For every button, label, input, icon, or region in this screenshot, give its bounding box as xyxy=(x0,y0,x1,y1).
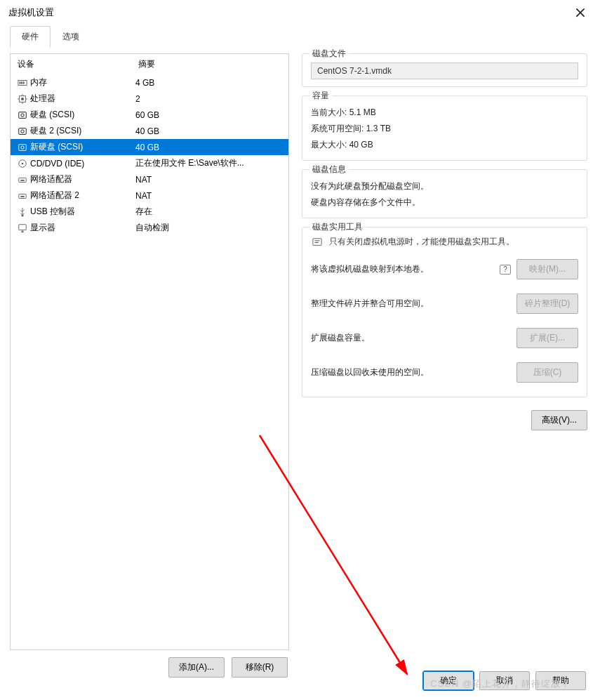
device-summary: 存在 xyxy=(135,206,286,218)
help-button[interactable]: 帮助 xyxy=(535,671,586,690)
tools-title: 磁盘实用工具 xyxy=(309,221,366,233)
device-summary: 自动检测 xyxy=(135,222,286,234)
hardware-row[interactable]: 处理器2 xyxy=(11,91,288,107)
net-icon xyxy=(16,175,29,185)
svg-rect-28 xyxy=(315,242,319,243)
defrag-button[interactable]: 碎片整理(D) xyxy=(516,293,578,314)
memory-icon xyxy=(16,78,29,88)
display-icon xyxy=(16,223,29,233)
header-device: 设备 xyxy=(18,58,138,70)
dialog-buttons: 确定 取消 帮助 xyxy=(423,671,586,690)
tabs: 硬件 选项 xyxy=(0,25,600,48)
svg-point-13 xyxy=(21,129,24,132)
device-name: USB 控制器 xyxy=(30,206,75,218)
info-icon xyxy=(311,237,324,247)
disk-info-title: 磁盘信息 xyxy=(309,164,349,176)
svg-point-22 xyxy=(22,214,24,216)
tab-hardware[interactable]: 硬件 xyxy=(10,26,51,48)
disk-info-group: 磁盘信息 没有为此硬盘预分配磁盘空间。 硬盘内容存储在多个文件中。 xyxy=(302,169,587,218)
hardware-row[interactable]: 硬盘 2 (SCSI)40 GB xyxy=(11,123,288,139)
expand-button[interactable]: 扩展(E)... xyxy=(516,328,578,348)
svg-point-17 xyxy=(22,162,24,164)
device-summary: 4 GB xyxy=(135,78,286,88)
capacity-title: 容量 xyxy=(309,90,332,102)
hardware-row[interactable]: USB 控制器存在 xyxy=(11,204,288,220)
svg-rect-27 xyxy=(315,240,320,241)
disk-icon xyxy=(16,143,29,152)
net-icon xyxy=(16,191,29,201)
hardware-row[interactable]: 网络适配器 2NAT xyxy=(11,187,288,204)
advanced-button[interactable]: 高级(V)... xyxy=(531,410,587,430)
svg-rect-23 xyxy=(19,224,27,230)
disk-info-line2: 硬盘内容存储在多个文件中。 xyxy=(311,194,578,211)
capacity-free: 系统可用空间: 1.3 TB xyxy=(311,121,578,137)
help-icon[interactable]: ? xyxy=(500,265,511,275)
device-name: 新硬盘 (SCSI) xyxy=(30,141,83,153)
svg-rect-5 xyxy=(21,98,24,100)
svg-rect-1 xyxy=(20,81,21,84)
hardware-row[interactable]: CD/DVD (IDE)正在使用文件 E:\Save\软件... xyxy=(11,155,288,171)
compact-button[interactable]: 压缩(C) xyxy=(516,362,578,383)
expand-text: 扩展磁盘容量。 xyxy=(311,332,511,344)
cpu-icon xyxy=(16,94,29,104)
disk-file-value: CentOS 7-2-1.vmdk xyxy=(311,62,578,79)
device-summary: 正在使用文件 E:\Save\软件... xyxy=(135,157,286,169)
tools-group: 磁盘实用工具 只有关闭虚拟机电源时，才能使用磁盘实用工具。 将该虚拟机磁盘映射到… xyxy=(302,227,587,397)
device-name: CD/DVD (IDE) xyxy=(30,159,84,169)
device-summary: NAT xyxy=(135,191,286,201)
cancel-button[interactable]: 取消 xyxy=(479,671,530,690)
hardware-header: 设备 摘要 xyxy=(11,54,288,74)
device-name: 处理器 xyxy=(30,93,55,105)
svg-rect-3 xyxy=(23,81,25,84)
remove-button[interactable]: 移除(R) xyxy=(232,657,288,678)
disk-icon xyxy=(16,110,29,120)
hardware-row[interactable]: 内存4 GB xyxy=(11,74,288,91)
svg-rect-12 xyxy=(19,128,27,134)
svg-rect-2 xyxy=(21,81,22,84)
device-name: 内存 xyxy=(30,77,47,88)
disk-file-group: 磁盘文件 CentOS 7-2-1.vmdk xyxy=(302,53,587,87)
map-text: 将该虚拟机磁盘映射到本地卷。 xyxy=(311,263,494,275)
hardware-row[interactable]: 新硬盘 (SCSI)40 GB xyxy=(11,139,288,155)
capacity-group: 容量 当前大小: 5.1 MB 系统可用空间: 1.3 TB 最大大小: 40 … xyxy=(302,95,587,161)
device-name: 硬盘 2 (SCSI) xyxy=(30,125,81,137)
hardware-list: 设备 摘要 内存4 GB处理器2硬盘 (SCSI)60 GB硬盘 2 (SCSI… xyxy=(10,53,289,650)
disk-file-title: 磁盘文件 xyxy=(309,48,349,60)
svg-rect-10 xyxy=(19,112,27,118)
device-summary: 40 GB xyxy=(135,126,286,136)
close-button[interactable] xyxy=(569,3,592,22)
device-name: 显示器 xyxy=(30,222,55,234)
device-name: 网络适配器 2 xyxy=(30,190,79,202)
close-icon xyxy=(575,8,585,18)
svg-point-11 xyxy=(21,113,24,116)
usb-icon xyxy=(16,207,29,217)
svg-rect-26 xyxy=(313,238,321,245)
device-name: 硬盘 (SCSI) xyxy=(30,109,74,121)
add-button[interactable]: 添加(A)... xyxy=(168,657,225,678)
disk-icon xyxy=(16,126,29,136)
compact-text: 压缩磁盘以回收未使用的空间。 xyxy=(311,366,511,378)
disk-info-line1: 没有为此硬盘预分配磁盘空间。 xyxy=(311,178,578,194)
hardware-row[interactable]: 硬盘 (SCSI)60 GB xyxy=(11,107,288,123)
device-summary: 2 xyxy=(135,94,286,104)
window-title: 虚拟机设置 xyxy=(8,6,54,19)
hardware-row[interactable]: 显示器自动检测 xyxy=(11,220,288,236)
titlebar: 虚拟机设置 xyxy=(0,0,600,25)
hardware-row[interactable]: 网络适配器NAT xyxy=(11,171,288,187)
device-name: 网络适配器 xyxy=(30,173,72,185)
defrag-text: 整理文件碎片并整合可用空间。 xyxy=(311,298,511,310)
tools-tip: 只有关闭虚拟机电源时，才能使用磁盘实用工具。 xyxy=(311,236,578,252)
device-summary: 60 GB xyxy=(135,110,286,120)
capacity-current: 当前大小: 5.1 MB xyxy=(311,105,578,121)
capacity-max: 最大大小: 40 GB xyxy=(311,137,578,153)
svg-rect-14 xyxy=(19,144,27,150)
svg-rect-19 xyxy=(20,180,24,181)
header-summary: 摘要 xyxy=(138,58,286,70)
svg-rect-21 xyxy=(20,196,24,197)
cd-icon xyxy=(16,159,29,169)
tab-options[interactable]: 选项 xyxy=(51,26,91,48)
map-button[interactable]: 映射(M)... xyxy=(516,259,578,279)
device-summary: NAT xyxy=(135,175,286,185)
svg-point-15 xyxy=(21,145,24,148)
ok-button[interactable]: 确定 xyxy=(423,671,474,690)
